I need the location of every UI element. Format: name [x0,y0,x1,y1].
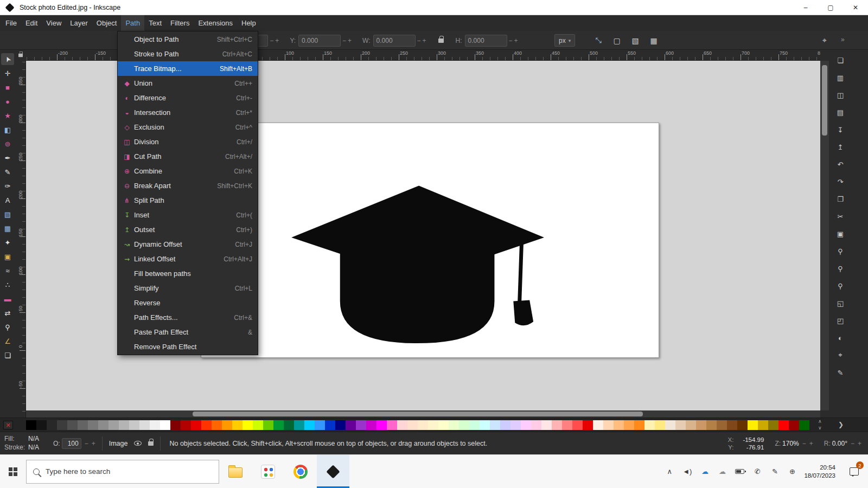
layer-lock-icon[interactable] [148,441,154,446]
menu-file[interactable]: File [1,15,21,31]
color-swatch[interactable] [407,420,418,430]
layer-name[interactable]: Image [109,440,128,447]
rotation-increment-button[interactable]: + [858,440,861,447]
lock-ratio-icon[interactable] [438,38,444,43]
color-swatch[interactable] [665,420,675,430]
color-swatch[interactable] [675,420,686,430]
color-swatch[interactable] [572,420,583,430]
pencil-tool-button[interactable]: ✎ [1,166,14,178]
color-swatch[interactable] [480,420,490,430]
open-file-button[interactable]: ▥ [834,72,847,84]
decrement-button[interactable]: − [342,37,346,44]
color-swatch[interactable] [696,420,706,430]
snap-controls-button[interactable]: ⌖ [834,349,847,361]
color-swatch[interactable] [88,420,98,430]
vertical-scrollbar[interactable] [820,61,829,410]
color-swatch[interactable] [294,420,304,430]
color-swatch[interactable] [768,420,778,430]
fill-stroke-indicator[interactable]: Fill: N/A Stroke: N/A [4,435,39,452]
menu-item-union[interactable]: ◆UnionCtrl++ [118,76,258,91]
color-swatch[interactable] [150,420,160,430]
zoom-value[interactable]: 170% [782,440,799,447]
color-swatch[interactable] [335,420,346,430]
menu-filters[interactable]: Filters [166,15,194,31]
decrement-button[interactable]: − [270,37,273,44]
color-swatch[interactable] [469,420,480,430]
color-swatch[interactable] [98,420,108,430]
menu-object[interactable]: Object [92,15,122,31]
menu-item-simplify[interactable]: SimplifyCtrl+L [118,281,258,296]
scale-gradient-toggle-icon[interactable]: ▧ [629,36,641,45]
color-swatch[interactable] [686,420,696,430]
volume-icon[interactable]: ◄) [682,467,692,476]
color-swatch[interactable] [449,420,459,430]
menu-item-path-effects[interactable]: Path Effects...Ctrl+& [118,310,258,325]
color-swatch[interactable] [706,420,717,430]
ellipse-tool-button[interactable]: ● [1,95,14,107]
color-swatch[interactable] [119,420,129,430]
color-swatch[interactable] [552,420,562,430]
color-swatch[interactable] [212,420,222,430]
scale-corners-toggle-icon[interactable]: ▢ [611,36,623,45]
scale-stroke-toggle-icon[interactable]: ⤡ [592,36,604,45]
tray-chevron-icon[interactable]: ∧ [665,467,674,476]
color-swatch[interactable] [717,420,727,430]
color-swatch[interactable] [356,420,366,430]
color-swatch[interactable] [36,420,47,430]
rotation-decrement-button[interactable]: − [851,440,854,447]
color-swatch[interactable] [789,420,799,430]
action-center-button[interactable]: 2 [842,455,866,488]
color-swatch[interactable] [263,420,273,430]
menu-item-intersection[interactable]: ◒IntersectionCtrl+* [118,105,258,120]
menu-item-fill-between-paths[interactable]: Fill between paths [118,266,258,281]
field-value[interactable]: 0.000 [373,35,416,47]
color-swatch[interactable] [181,420,191,430]
palette-scroll-up-icon[interactable]: ∧ [818,418,822,425]
zoom-decrement-button[interactable]: − [802,440,806,447]
color-swatch[interactable] [562,420,572,430]
zoom-drawing-button[interactable]: ⚲ [834,262,847,274]
palette-scroll-down-icon[interactable]: ∨ [818,425,822,431]
color-swatch[interactable] [521,420,531,430]
menu-text[interactable]: Text [144,15,166,31]
duplicate-button[interactable]: ◱ [834,297,847,309]
color-swatch[interactable] [603,420,614,430]
selector-tool-button[interactable]: ➤ [1,53,14,65]
save-button[interactable]: ◫ [834,89,847,101]
color-swatch[interactable] [428,420,438,430]
opacity-value[interactable]: 100 [62,438,81,449]
color-swatch[interactable] [748,420,758,430]
canvas-page[interactable] [201,123,659,358]
battery-icon[interactable] [735,469,744,474]
decrement-button[interactable]: − [417,37,421,44]
import-button[interactable]: ↧ [834,124,847,136]
mesh-tool-button[interactable]: ▦ [1,222,14,234]
decrement-button[interactable]: − [509,37,513,44]
color-swatch[interactable] [418,420,428,430]
color-swatch[interactable] [799,420,809,430]
zoom-increment-button[interactable]: + [809,440,813,447]
vertical-scrollbar-thumb[interactable] [822,65,827,136]
toolbar-expander-icon[interactable]: » [841,36,845,43]
color-swatch[interactable] [624,420,634,430]
menu-item-dynamic-offset[interactable]: ↝Dynamic OffsetCtrl+J [118,237,258,252]
pen-tool-button[interactable]: ✒ [1,152,14,164]
color-swatch[interactable] [438,420,449,430]
menu-extensions[interactable]: Extensions [194,15,237,31]
color-swatch[interactable] [273,420,284,430]
onedrive-personal-icon[interactable]: ☁ [718,467,726,476]
color-swatch[interactable] [57,420,67,430]
eraser-tool-button[interactable]: ▬ [1,293,14,305]
onedrive-icon[interactable]: ☁ [700,467,709,476]
menu-item-exclusion[interactable]: ◇ExclusionCtrl+^ [118,120,258,134]
color-swatch[interactable] [397,420,407,430]
color-swatch[interactable] [304,420,315,430]
color-swatch[interactable] [510,420,521,430]
rectangle-tool-button[interactable]: ■ [1,81,14,93]
horizontal-scrollbar[interactable] [26,410,820,418]
color-swatch[interactable] [593,420,603,430]
calligraphy-tool-button[interactable]: ✑ [1,180,14,192]
snap-toggle-icon[interactable]: ⌖ [822,36,827,45]
undo-button[interactable]: ↶ [834,158,847,170]
text-tool-button[interactable]: A [1,194,14,206]
